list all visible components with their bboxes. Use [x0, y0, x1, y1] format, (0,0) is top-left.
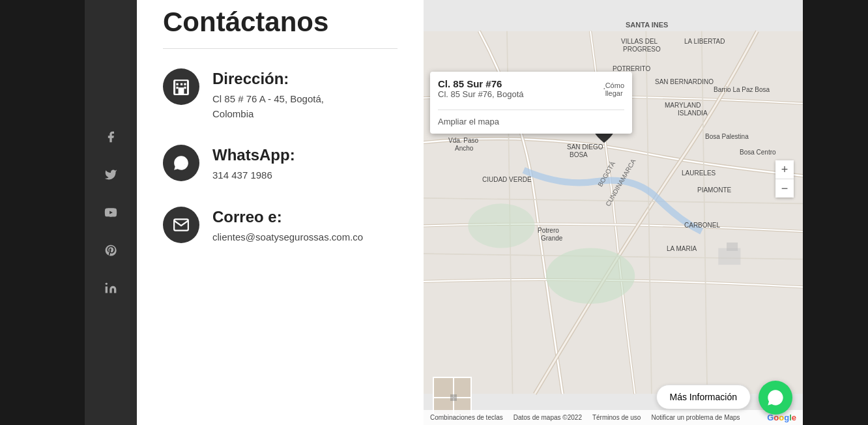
report-problem[interactable]: Notificar un problema de Maps: [651, 414, 740, 421]
map-container[interactable]: SANTA INES VILLAS DEL PROGRESO LA LIBERT…: [424, 0, 803, 425]
address-text: Dirección: Cl 85 # 76 A - 45, Bogotá, Co…: [212, 68, 324, 121]
tooltip-divider: [438, 110, 624, 110]
terms-of-use[interactable]: Términos de uso: [592, 414, 641, 421]
label-villas-del: VILLAS DEL: [621, 38, 658, 45]
map-tooltip: Cl. 85 Sur #76 Cl. 85 Sur #76, Bogotá Có…: [430, 72, 632, 134]
label-laureles: LAURELES: [682, 169, 716, 177]
label-potrero: Potrero: [538, 227, 559, 234]
label-vda-paso: Vda. Paso: [448, 137, 478, 144]
tooltip-directions-text: Cómo llegar: [605, 81, 624, 97]
map-data-credits: Datos de mapas ©2022: [514, 414, 582, 421]
twitter-icon[interactable]: [101, 165, 121, 184]
more-info-button[interactable]: Más Información: [656, 385, 751, 409]
email-text: Correo e: clientes@soatysegurossas.com.c…: [212, 207, 363, 245]
label-la-maria: LA MARIA: [667, 245, 697, 252]
email-icon-circle: [163, 207, 199, 243]
label-la-libertad: LA LIBERTAD: [684, 38, 725, 45]
map-zoom-controls: + −: [775, 160, 794, 198]
right-panel: [803, 0, 868, 425]
svg-rect-5: [184, 83, 186, 85]
youtube-icon[interactable]: [101, 203, 121, 222]
label-progreso: PROGRESO: [623, 46, 661, 53]
svg-point-15: [468, 203, 534, 248]
label-maryland: MARYLAND: [665, 102, 701, 109]
svg-point-14: [546, 248, 635, 304]
whatsapp-icon-circle: [163, 145, 199, 181]
page-title: Contáctanos: [163, 7, 398, 38]
label-ciudad-verde: CIUDAD VERDE: [482, 176, 532, 183]
whatsapp-icon: [173, 154, 190, 171]
label-islandia: ISLANDIA: [678, 110, 708, 117]
whatsapp-label: WhatsApp:: [212, 146, 295, 164]
zoom-in-button[interactable]: +: [775, 160, 794, 179]
svg-rect-6: [176, 87, 178, 89]
whatsapp-item: WhatsApp: 314 437 1986: [163, 145, 398, 183]
address-item: Dirección: Cl 85 # 76 A - 45, Bogotá, Co…: [163, 68, 398, 121]
email-item: Correo e: clientes@soatysegurossas.com.c…: [163, 207, 398, 245]
title-divider: [163, 48, 398, 49]
email-icon: [173, 216, 190, 233]
keyboard-shortcuts[interactable]: Combinaciones de teclas: [430, 414, 503, 421]
pinterest-icon[interactable]: [101, 241, 121, 260]
tooltip-address-main: Cl. 85 Sur #76: [438, 78, 524, 89]
email-label: Correo e:: [212, 208, 363, 226]
label-bosa: BOSA: [570, 151, 588, 158]
svg-rect-22: [450, 394, 457, 401]
email-value: clientes@soatysegurossas.com.co: [212, 230, 363, 245]
label-grande: Grande: [541, 235, 562, 242]
label-carbonel: CARBONEL: [684, 222, 720, 229]
label-ancho: Ancho: [455, 145, 473, 152]
expand-map-link[interactable]: Ampliar el mapa: [438, 117, 499, 126]
label-piamonte: PIAMONTE: [697, 186, 731, 194]
facebook-icon[interactable]: [101, 127, 121, 147]
linkedin-icon[interactable]: [101, 278, 121, 298]
label-santa-ines: SANTA INES: [626, 21, 668, 29]
svg-rect-4: [181, 83, 182, 85]
tooltip-header: Cl. 85 Sur #76 Cl. 85 Sur #76, Bogotá Có…: [438, 78, 624, 104]
social-sidebar: [85, 0, 137, 425]
address-line1: Cl 85 # 76 A - 45, Bogotá,: [212, 92, 324, 107]
svg-point-0: [106, 283, 108, 285]
whatsapp-value: 314 437 1986: [212, 168, 295, 183]
building-icon: [173, 78, 190, 95]
label-bosa-centro: Bosa Centro: [740, 149, 776, 156]
svg-rect-7: [184, 87, 186, 89]
label-bosa-palestina: Bosa Palestina: [705, 133, 749, 140]
whatsapp-fab-button[interactable]: [759, 381, 792, 415]
address-label: Dirección:: [212, 70, 324, 88]
svg-rect-17: [727, 242, 738, 251]
tooltip-address-sub: Cl. 85 Sur #76, Bogotá: [438, 89, 524, 99]
address-icon-circle: [163, 68, 199, 105]
contact-panel: Contáctanos Dirección: Cl 85 # 76 A - 45…: [137, 0, 424, 425]
map-bottom-bar: Combinaciones de teclas Datos de mapas ©…: [424, 410, 803, 425]
zoom-out-button[interactable]: −: [775, 179, 794, 198]
whatsapp-text: WhatsApp: 314 437 1986: [212, 145, 295, 183]
label-san-bernardino: SAN BERNARDINO: [655, 78, 714, 85]
directions-icon[interactable]: Cómo llegar: [603, 78, 624, 99]
map-svg: [424, 0, 803, 425]
address-line2: Colombia: [212, 107, 324, 122]
svg-rect-3: [176, 83, 178, 85]
label-barrio-la-paz: Barrio La Paz Bosa: [714, 86, 770, 93]
left-panel: [0, 0, 85, 425]
